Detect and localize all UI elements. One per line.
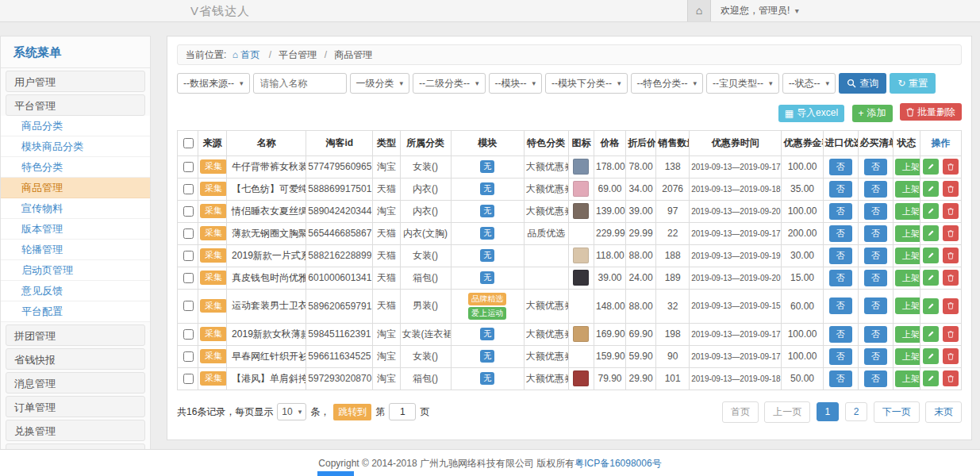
- edit-button[interactable]: [923, 370, 939, 386]
- status-toggle[interactable]: 上架: [895, 348, 920, 365]
- import-select-toggle[interactable]: 否: [829, 203, 852, 220]
- row-checkbox[interactable]: [183, 351, 194, 362]
- edit-button[interactable]: [923, 248, 939, 263]
- must-buy-toggle[interactable]: 否: [864, 181, 887, 198]
- filter-select[interactable]: 一级分类: [350, 73, 410, 94]
- sidebar-item[interactable]: 意见反馈: [1, 281, 150, 301]
- edit-button[interactable]: [923, 270, 939, 286]
- import-select-toggle[interactable]: 否: [829, 181, 852, 198]
- delete-button[interactable]: [943, 270, 959, 286]
- sidebar-item[interactable]: 启动页管理: [1, 260, 150, 281]
- edit-button[interactable]: [923, 348, 939, 364]
- user-menu[interactable]: 欢迎您，管理员! ▾: [721, 4, 799, 17]
- delete-button[interactable]: [943, 248, 959, 263]
- delete-button[interactable]: [943, 326, 959, 342]
- row-checkbox[interactable]: [183, 374, 194, 384]
- delete-button[interactable]: [943, 159, 959, 175]
- sidebar-item[interactable]: 兑换管理: [6, 420, 145, 441]
- status-toggle[interactable]: 上架: [895, 298, 920, 314]
- page-button[interactable]: 1: [817, 402, 840, 421]
- edit-button[interactable]: [923, 203, 939, 219]
- sidebar-item[interactable]: 特色分类: [1, 157, 150, 178]
- edit-button[interactable]: [923, 326, 939, 342]
- sidebar-item[interactable]: 用户管理: [6, 71, 145, 92]
- import-select-toggle[interactable]: 否: [829, 225, 852, 242]
- sidebar-item[interactable]: 平台管理: [6, 94, 145, 116]
- row-checkbox[interactable]: [183, 329, 194, 340]
- delete-button[interactable]: [943, 370, 959, 386]
- status-toggle[interactable]: 上架: [895, 159, 920, 175]
- status-toggle[interactable]: 上架: [895, 203, 920, 220]
- filter-select[interactable]: --宝贝类型--: [706, 73, 779, 94]
- breadcrumb-home-link[interactable]: ⌂ 首页: [233, 49, 260, 60]
- import-select-toggle[interactable]: 否: [829, 370, 852, 387]
- filter-select[interactable]: --状态--: [782, 73, 836, 94]
- filter-select[interactable]: --二级分类--: [413, 73, 486, 94]
- import-select-toggle[interactable]: 否: [829, 159, 852, 175]
- delete-button[interactable]: [943, 298, 959, 314]
- sidebar-item[interactable]: 消息管理: [6, 372, 145, 393]
- per-page-select[interactable]: 10: [277, 403, 306, 420]
- import-select-toggle[interactable]: 否: [829, 326, 852, 343]
- row-checkbox[interactable]: [183, 184, 194, 194]
- page-button[interactable]: 末页: [925, 401, 962, 423]
- import-select-toggle[interactable]: 否: [829, 270, 852, 286]
- page-button[interactable]: 2: [845, 402, 868, 421]
- must-buy-toggle[interactable]: 否: [864, 248, 887, 264]
- breadcrumb-section[interactable]: 平台管理: [279, 49, 317, 60]
- must-buy-toggle[interactable]: 否: [864, 270, 887, 286]
- icp-link[interactable]: 粤ICP备16098006号: [575, 458, 661, 469]
- delete-button[interactable]: [943, 348, 959, 364]
- filter-select[interactable]: --模块--: [489, 73, 543, 94]
- status-toggle[interactable]: 上架: [895, 248, 920, 264]
- status-toggle[interactable]: 上架: [895, 181, 920, 198]
- must-buy-toggle[interactable]: 否: [864, 225, 887, 242]
- sidebar-item[interactable]: 宣传物料: [1, 198, 150, 219]
- sidebar-item[interactable]: 版本管理: [1, 219, 150, 240]
- page-button[interactable]: 上一页: [764, 401, 810, 423]
- row-checkbox[interactable]: [183, 301, 194, 311]
- select-all-checkbox[interactable]: [183, 138, 194, 148]
- sidebar-item[interactable]: 轮播管理: [1, 240, 150, 260]
- row-checkbox[interactable]: [183, 228, 194, 239]
- search-button[interactable]: 查询: [839, 73, 886, 94]
- delete-button[interactable]: [943, 203, 959, 219]
- filter-select[interactable]: --特色分类--: [631, 73, 704, 94]
- page-button[interactable]: 下一页: [874, 401, 920, 423]
- edit-button[interactable]: [923, 181, 939, 197]
- status-toggle[interactable]: 上架: [895, 370, 920, 387]
- page-button[interactable]: 首页: [722, 401, 759, 423]
- delete-button[interactable]: [943, 181, 959, 197]
- jump-button[interactable]: 跳转到: [333, 404, 371, 420]
- batch-delete-button[interactable]: 批量删除: [900, 103, 962, 121]
- name-search-input[interactable]: [253, 73, 347, 94]
- home-button[interactable]: ⌂: [687, 0, 711, 21]
- row-checkbox[interactable]: [183, 162, 194, 172]
- status-toggle[interactable]: 上架: [895, 225, 920, 242]
- sidebar-item[interactable]: 订单管理: [6, 396, 145, 417]
- status-toggle[interactable]: 上架: [895, 270, 920, 286]
- import-excel-button[interactable]: ▦ 导入excel: [778, 105, 844, 122]
- page-number-input[interactable]: [389, 403, 416, 420]
- sidebar-item[interactable]: 省钱快报: [6, 348, 145, 370]
- row-checkbox[interactable]: [183, 251, 194, 261]
- edit-button[interactable]: [923, 298, 939, 314]
- add-button[interactable]: + 添加: [852, 105, 893, 122]
- must-buy-toggle[interactable]: 否: [864, 159, 887, 175]
- must-buy-toggle[interactable]: 否: [864, 348, 887, 365]
- reset-button[interactable]: ↻ 重置: [890, 73, 936, 94]
- status-toggle[interactable]: 上架: [895, 326, 920, 343]
- import-select-toggle[interactable]: 否: [829, 348, 852, 365]
- sidebar-item[interactable]: 平台配置: [1, 301, 150, 322]
- filter-select-data-source[interactable]: --数据来源--: [177, 73, 250, 94]
- edit-button[interactable]: [923, 225, 939, 241]
- sidebar-item[interactable]: 商品分类: [1, 116, 150, 136]
- delete-button[interactable]: [943, 225, 959, 241]
- must-buy-toggle[interactable]: 否: [864, 298, 887, 314]
- must-buy-toggle[interactable]: 否: [864, 326, 887, 343]
- import-select-toggle[interactable]: 否: [829, 298, 852, 314]
- filter-select[interactable]: --模块下分类--: [545, 73, 628, 94]
- sidebar-item[interactable]: 商品管理: [1, 178, 150, 198]
- row-checkbox[interactable]: [183, 273, 194, 283]
- import-select-toggle[interactable]: 否: [829, 248, 852, 264]
